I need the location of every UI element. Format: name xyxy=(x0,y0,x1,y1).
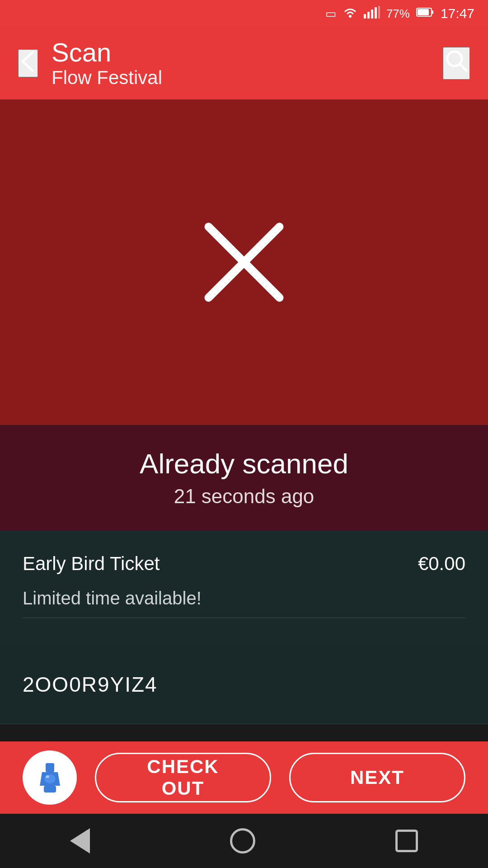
nav-bar xyxy=(0,814,488,868)
svg-rect-1 xyxy=(364,14,366,19)
svg-rect-4 xyxy=(375,7,377,19)
svg-point-0 xyxy=(349,15,352,18)
status-bar: ▭ 77% 17:47 xyxy=(0,0,488,27)
app-bar-subtitle: Flow Festival xyxy=(52,67,443,89)
nav-home-button[interactable] xyxy=(221,819,264,863)
status-main-text: Already scanned xyxy=(18,448,470,480)
status-icons: ▭ 77% 17:47 xyxy=(325,6,474,22)
svg-rect-8 xyxy=(432,10,433,14)
nav-back-icon xyxy=(70,828,90,854)
ticket-details: Early Bird Ticket €0.00 Limited time ava… xyxy=(0,530,488,645)
next-button[interactable]: NEXT xyxy=(289,753,465,802)
status-sub-text: 21 seconds ago xyxy=(18,485,470,508)
flashlight-icon xyxy=(38,763,62,793)
ticket-name: Early Bird Ticket xyxy=(23,553,160,575)
svg-rect-2 xyxy=(367,12,370,19)
app-bar: Scan Flow Festival xyxy=(0,27,488,99)
status-time: 17:47 xyxy=(441,6,474,21)
svg-rect-10 xyxy=(46,763,54,772)
svg-rect-3 xyxy=(371,9,373,19)
app-bar-titles: Scan Flow Festival xyxy=(52,38,443,89)
nav-recents-button[interactable] xyxy=(386,821,427,861)
svg-point-14 xyxy=(46,775,49,778)
nav-recents-icon xyxy=(395,830,418,852)
status-message-area: Already scanned 21 seconds ago xyxy=(0,425,488,530)
nav-home-icon xyxy=(230,828,255,854)
signal-icon xyxy=(364,6,380,22)
svg-rect-5 xyxy=(378,6,380,19)
ticket-row: Early Bird Ticket €0.00 xyxy=(23,553,465,575)
bottom-bar: CHECK OUT NEXT xyxy=(0,741,488,814)
battery-icon xyxy=(416,7,434,21)
nav-back-button[interactable] xyxy=(61,819,99,863)
ticket-description: Limited time available! xyxy=(23,588,465,609)
search-button[interactable] xyxy=(443,47,470,80)
scan-x-icon xyxy=(194,212,294,312)
ticket-price: €0.00 xyxy=(418,553,465,575)
ticket-code-area: 2OO0R9YIZ4 xyxy=(0,645,488,724)
battery-percent: 77% xyxy=(386,7,410,21)
svg-rect-7 xyxy=(418,9,429,15)
flashlight-button[interactable] xyxy=(23,750,77,805)
checkout-button[interactable]: CHECK OUT xyxy=(95,753,271,802)
scan-result-area xyxy=(0,99,488,425)
back-button[interactable] xyxy=(18,49,38,77)
app-bar-title: Scan xyxy=(52,38,443,67)
svg-rect-12 xyxy=(44,786,56,793)
nfc-icon: ▭ xyxy=(325,7,337,21)
ticket-code: 2OO0R9YIZ4 xyxy=(23,673,158,696)
wifi-icon xyxy=(343,6,357,22)
divider xyxy=(23,618,465,618)
